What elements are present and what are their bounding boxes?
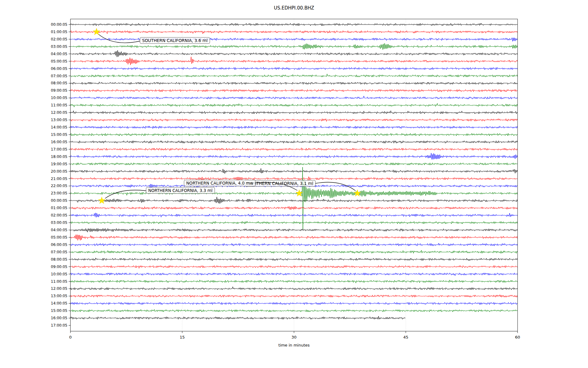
- y-tick-label: 01:00:05: [51, 206, 67, 210]
- y-tick-label: 02:00:05: [51, 213, 67, 217]
- y-tick-label: 11:00:05: [51, 103, 67, 107]
- y-tick-label: 16:00:05: [51, 316, 67, 320]
- y-tick-label: 09:00:05: [51, 265, 67, 269]
- y-tick-label: 12:00:05: [51, 110, 67, 115]
- trace-row: [70, 82, 518, 84]
- trace-row: [70, 126, 518, 129]
- y-tick-label: 00:00:05: [51, 22, 67, 27]
- y-tick-label: 02:00:05: [51, 37, 67, 41]
- y-tick-label: 00:00:05: [51, 198, 67, 203]
- event-annotations: NORTHERN CALIFORNIA, 3.1 mlNORTHERN CALI…: [93, 28, 361, 204]
- y-tick-label: 16:00:05: [51, 140, 67, 144]
- trace-row: [70, 141, 518, 143]
- x-tick-label: 45: [403, 335, 409, 339]
- y-tick-label: 18:00:05: [51, 155, 67, 159]
- y-tick-label: 06:00:05: [51, 243, 67, 247]
- trace-row: [70, 153, 518, 159]
- trace-row: [70, 57, 518, 65]
- event-star-icon: [296, 190, 303, 196]
- y-tick-label: 01:00:05: [51, 30, 67, 34]
- y-tick-label: 08:00:05: [51, 81, 67, 85]
- trace-row: [70, 133, 518, 136]
- y-tick-label: 05:00:05: [51, 235, 67, 240]
- y-tick-label: 04:00:05: [51, 52, 67, 56]
- y-tick-label: 10:00:05: [51, 272, 67, 276]
- y-tick-label: 19:00:05: [51, 162, 67, 166]
- x-tick-label: 30: [292, 335, 297, 339]
- trace-row: [70, 235, 518, 240]
- y-tick-label: 20:00:05: [51, 169, 67, 174]
- seismogram-figure: US.EDHPI.00.BHZ 01530456000:00:0501:00:0…: [0, 0, 588, 368]
- y-tick-label: 07:00:05: [51, 250, 67, 254]
- y-tick-label: 08:00:05: [51, 257, 67, 262]
- y-tick-label: 21:00:05: [51, 177, 67, 181]
- y-tick-label: 07:00:05: [51, 74, 67, 78]
- annotation-arrow: [99, 34, 140, 43]
- trace-row: [70, 89, 518, 92]
- x-tick-label: 60: [515, 335, 520, 339]
- axes: 01530456000:00:0501:00:0502:00:0503:00:0…: [51, 19, 520, 339]
- trace-row: [70, 316, 405, 319]
- x-axis-label: time in minutes: [0, 343, 588, 347]
- annotation-label: NORTHERN CALIFORNIA, 3.1 ml: [247, 181, 313, 186]
- annotation-label: NORTHERN CALIFORNIA, 4.0 mw: [186, 181, 253, 186]
- event-star-icon: [354, 190, 361, 196]
- annotation-arrow: [105, 190, 146, 198]
- trace-row: [70, 74, 518, 77]
- y-tick-label: 13:00:05: [51, 294, 67, 298]
- trace-row: [70, 280, 518, 283]
- y-tick-label: 05:00:05: [51, 59, 67, 63]
- y-tick-label: 12:00:05: [51, 286, 67, 291]
- trace-rows: [70, 23, 518, 319]
- annotation-label: NORTHERN CALIFORNIA, 3.3 ml: [148, 188, 213, 193]
- trace-row: [70, 221, 518, 224]
- gridlines: [182, 19, 406, 331]
- trace-row: [70, 287, 518, 290]
- plot-canvas: 01530456000:00:0501:00:0502:00:0503:00:0…: [0, 0, 588, 368]
- y-tick-label: 23:00:05: [51, 191, 67, 195]
- y-tick-label: 03:00:05: [51, 44, 67, 49]
- trace-row: [70, 273, 518, 276]
- trace-row: [70, 111, 518, 114]
- y-tick-label: 14:00:05: [51, 125, 67, 129]
- x-tick-label: 15: [180, 335, 185, 339]
- trace-row: [70, 43, 518, 50]
- trace-row: [70, 258, 518, 261]
- y-tick-label: 13:00:05: [51, 118, 67, 122]
- event-star-icon: [98, 197, 105, 204]
- y-tick-label: 10:00:05: [51, 96, 67, 100]
- y-tick-label: 17:00:05: [51, 147, 67, 151]
- y-tick-label: 06:00:05: [51, 67, 67, 71]
- y-tick-label: 14:00:05: [51, 301, 67, 305]
- y-tick-label: 11:00:05: [51, 279, 67, 284]
- event-star-icon: [93, 28, 100, 35]
- y-tick-label: 04:00:05: [51, 228, 67, 232]
- y-tick-label: 15:00:05: [51, 309, 67, 313]
- trace-row: [70, 309, 518, 312]
- y-tick-label: 15:00:05: [51, 132, 67, 137]
- y-tick-label: 09:00:05: [51, 88, 67, 93]
- x-tick-label: 0: [69, 335, 72, 339]
- annotation-label: SOUTHERN CALIFORNIA, 3.6 ml: [142, 38, 208, 43]
- y-tick-label: 03:00:05: [51, 220, 67, 225]
- y-tick-label: 22:00:05: [51, 184, 67, 188]
- y-tick-label: 17:00:05: [51, 323, 67, 328]
